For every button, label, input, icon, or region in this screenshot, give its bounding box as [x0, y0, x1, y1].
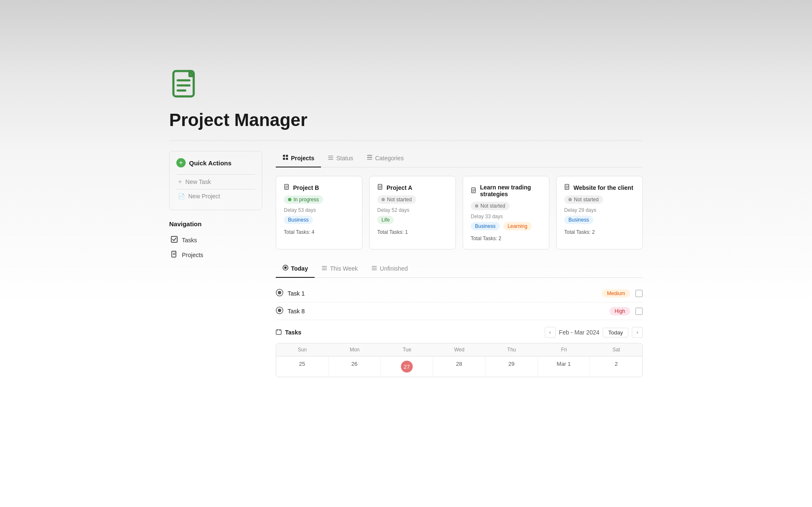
calendar-today-button[interactable]: Today — [603, 328, 628, 337]
task-tab-unfinished[interactable]: Unfinished — [365, 261, 414, 278]
new-project-doc-icon: 📄 — [178, 193, 185, 200]
project-website-tag-business: Business — [564, 216, 593, 224]
in-progress-dot — [288, 198, 291, 201]
project-website-delay: Delay 29 days — [564, 207, 635, 213]
task-1-circle-icon — [276, 289, 283, 298]
unfinished-tab-list-icon — [371, 265, 377, 272]
quick-actions-header: + Quick Actions — [176, 158, 255, 167]
task-8-checkbox[interactable] — [635, 307, 643, 315]
cal-date-29[interactable]: 29 — [486, 356, 538, 377]
projects-doc-icon — [171, 251, 178, 259]
svg-rect-40 — [372, 268, 377, 269]
cal-date-25[interactable]: 25 — [276, 356, 329, 377]
calendar-tasks-icon — [276, 329, 282, 336]
calendar-header: Tasks ‹ Feb - Mar 2024 Today › — [276, 327, 643, 338]
svg-rect-46 — [276, 330, 281, 334]
cal-date-26[interactable]: 26 — [329, 356, 381, 377]
tasks-nav-label: Tasks — [182, 237, 197, 244]
project-trading-tag-business: Business — [471, 222, 500, 230]
tab-projects[interactable]: Projects — [276, 151, 321, 167]
quick-actions-box: + Quick Actions + New Task 📄 New Project — [169, 151, 262, 210]
today-tab-list-icon — [283, 265, 288, 272]
project-website-status: Not started — [564, 195, 603, 204]
project-a-status: Not started — [377, 195, 416, 204]
cal-header-fri: Fri — [538, 343, 590, 356]
navigation-label: Navigation — [169, 220, 262, 227]
svg-rect-37 — [322, 268, 327, 269]
calendar-section-title: Tasks — [276, 329, 302, 336]
projects-tab-grid-icon — [283, 154, 288, 162]
title-divider — [169, 140, 643, 141]
project-a-title: Project A — [377, 184, 448, 191]
not-started-dot-website — [568, 198, 572, 201]
svg-rect-38 — [322, 269, 327, 270]
main-tabs: Projects Status — [276, 151, 643, 167]
new-project-button[interactable]: 📄 New Project — [176, 189, 255, 203]
task-tab-today[interactable]: Today — [276, 261, 315, 278]
project-card-website[interactable]: Website for the client Not started Delay… — [556, 176, 643, 249]
calendar-day-headers: Sun Mon Tue Wed Thu Fri Sat — [276, 343, 642, 356]
project-b-tasks: Total Tasks: 4 — [284, 229, 354, 235]
calendar-grid: Sun Mon Tue Wed Thu Fri Sat 25 26 27 28 … — [276, 343, 643, 377]
svg-rect-36 — [322, 266, 327, 267]
tab-categories[interactable]: Categories — [360, 151, 411, 167]
svg-point-45 — [278, 309, 281, 312]
quick-actions-label: Quick Actions — [189, 159, 231, 167]
content-area: Projects Status — [276, 151, 643, 377]
quick-actions-plus-icon: + — [176, 158, 186, 167]
project-b-title: Project B — [284, 184, 354, 191]
table-row: Task 8 High — [276, 302, 643, 320]
svg-rect-17 — [367, 159, 372, 160]
tab-status[interactable]: Status — [321, 151, 360, 167]
svg-point-43 — [278, 291, 281, 294]
task-8-priority: High — [609, 307, 630, 315]
projects-grid: Project B In progress Delay 53 days Busi… — [276, 176, 643, 249]
project-a-tag-life: Life — [377, 216, 394, 224]
project-b-doc-icon — [284, 184, 290, 191]
cal-header-tue: Tue — [381, 343, 433, 356]
project-b-tag-business: Business — [284, 216, 313, 224]
svg-rect-8 — [283, 155, 285, 157]
project-card-trading[interactable]: Learn new trading strategies Not started… — [463, 176, 549, 249]
cal-header-sat: Sat — [590, 343, 642, 356]
project-website-title: Website for the client — [564, 184, 635, 191]
cal-date-28[interactable]: 28 — [433, 356, 486, 377]
calendar-section: Tasks ‹ Feb - Mar 2024 Today › Sun Mon T… — [276, 327, 643, 377]
svg-rect-11 — [286, 158, 288, 160]
sidebar: + Quick Actions + New Task 📄 New Project… — [169, 151, 262, 377]
task-tab-this-week[interactable]: This Week — [315, 261, 365, 278]
cal-header-thu: Thu — [486, 343, 538, 356]
table-row: Task 1 Medium — [276, 285, 643, 302]
projects-nav-label: Projects — [182, 252, 203, 258]
cal-header-wed: Wed — [433, 343, 486, 356]
project-card-b[interactable]: Project B In progress Delay 53 days Busi… — [276, 176, 362, 249]
task-1-checkbox[interactable] — [635, 290, 643, 297]
navigation-section: Navigation Tasks — [169, 220, 262, 262]
project-trading-tag-learning: Learning — [503, 222, 532, 230]
calendar-nav: ‹ Feb - Mar 2024 Today › — [545, 327, 643, 338]
svg-rect-13 — [328, 157, 333, 158]
calendar-next-button[interactable]: › — [632, 327, 643, 338]
calendar-dates-row: 25 26 27 28 29 Mar 1 2 — [276, 356, 642, 377]
project-b-status: In progress — [284, 195, 323, 204]
cal-date-mar1[interactable]: Mar 1 — [538, 356, 590, 377]
cal-date-2[interactable]: 2 — [590, 356, 642, 377]
calendar-prev-button[interactable]: ‹ — [545, 327, 556, 338]
project-trading-title: Learn new trading strategies — [471, 184, 541, 197]
project-website-tasks: Total Tasks: 2 — [564, 229, 635, 235]
project-a-doc-icon — [377, 184, 383, 191]
new-task-plus-icon: + — [178, 178, 182, 186]
project-trading-delay: Delay 33 days — [471, 214, 541, 219]
svg-rect-15 — [367, 155, 372, 156]
cal-header-mon: Mon — [329, 343, 381, 356]
cal-date-27-today[interactable]: 27 — [381, 356, 433, 377]
sidebar-item-tasks[interactable]: Tasks — [169, 233, 262, 247]
svg-rect-12 — [328, 156, 333, 156]
project-trading-status: Not started — [471, 202, 510, 210]
task-tabs: Today This Week — [276, 261, 643, 278]
new-task-button[interactable]: + New Task — [176, 174, 255, 189]
project-website-doc-icon — [564, 184, 570, 191]
task-1-priority: Medium — [602, 289, 630, 298]
sidebar-item-projects[interactable]: Projects — [169, 247, 262, 262]
project-card-a[interactable]: Project A Not started Delay 52 days Life… — [369, 176, 456, 249]
